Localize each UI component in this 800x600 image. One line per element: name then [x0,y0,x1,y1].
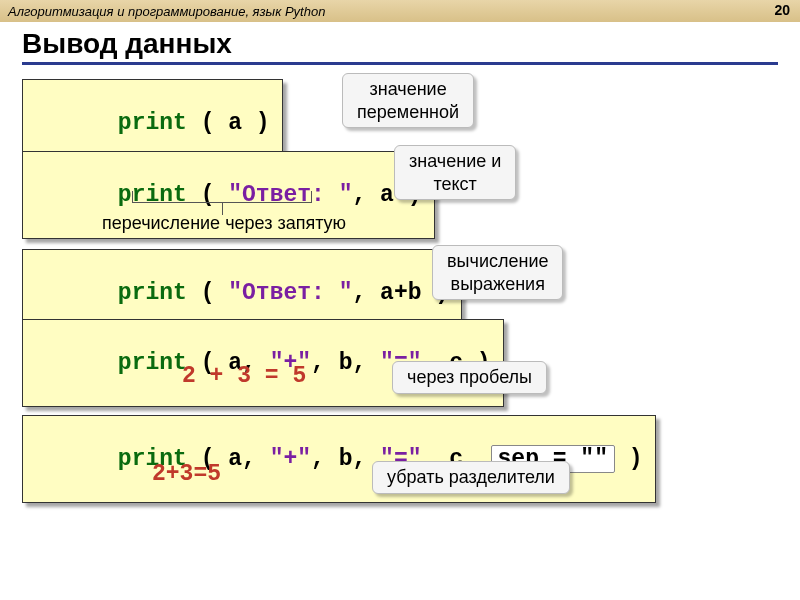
paren-open: ( [187,280,228,306]
code-seg: , b, [311,446,380,472]
code-text: ( a ) [187,110,270,136]
code-seg: , b, [311,350,380,376]
header-bar: Алгоритмизация и программирование, язык … [0,0,800,22]
note-variable-value: значение переменной [342,73,474,128]
row-print-sep: print ( a, "+", b, "=", c, sep = "" ) 2+… [22,415,778,499]
note-remove-sep: убрать разделители [372,461,570,494]
row-print-expr: print ( "Ответ: ", a+b ) вычисление выра… [22,249,778,305]
output-spaces: 2 + 3 = 5 [182,363,306,389]
code-seg: ) [615,446,643,472]
string-plus: "+" [270,446,311,472]
page-title: Вывод данных [22,28,778,60]
note-value-and-text: значение и текст [394,145,516,200]
caption-comma-list: перечисление через запятую [102,213,346,234]
keyword-print: print [118,280,187,306]
header-title: Алгоритмизация и программирование, язык … [8,4,325,19]
output-nosep: 2+3=5 [152,461,221,487]
bracket-icon [132,191,312,203]
row-print-multi: print ( a, "+", b, "=", c ) 2 + 3 = 5 че… [22,319,778,401]
row-print-text-a: print ( "Ответ: ", a ) значение и текст … [22,143,778,235]
keyword-print: print [118,110,187,136]
keyword-print: print [118,350,187,376]
note-compute-expr: вычисление выражения [432,245,563,300]
title-underline [22,62,778,65]
page-number: 20 [774,2,790,18]
string-literal: "Ответ: " [228,280,352,306]
slide-content: Вывод данных print ( a ) значение переме… [0,22,800,523]
note-with-spaces: через пробелы [392,361,547,394]
row-print-a: print ( a ) значение переменной [22,79,778,129]
